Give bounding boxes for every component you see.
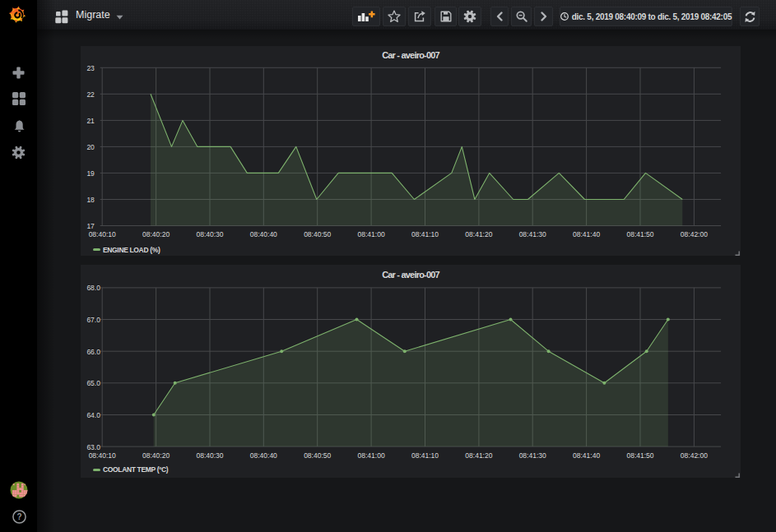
svg-text:?: ? bbox=[16, 512, 21, 521]
